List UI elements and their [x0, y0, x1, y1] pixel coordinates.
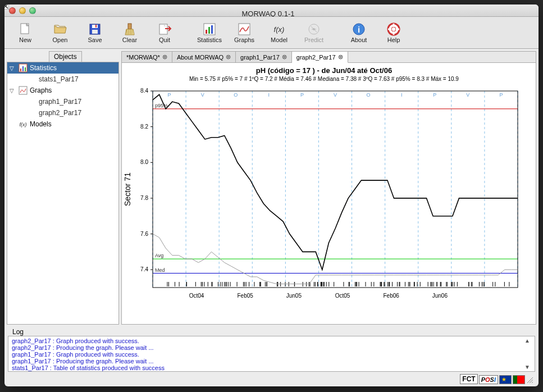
statistics-icon [19, 63, 28, 72]
about-icon: i [352, 22, 366, 37]
tab-graph2Par17[interactable]: graph2_Par17⊗ [292, 52, 348, 63]
tab-graph1Par17[interactable]: graph1_Par17⊗ [236, 52, 292, 62]
scroll-down-icon[interactable]: ▼ [523, 364, 531, 370]
toolbar: NewOpenSaveClearQuitStatisticsGraphsf(x)… [4, 17, 539, 49]
log-box[interactable]: graph2_Par17 : Graph produced with succe… [8, 336, 535, 372]
log-lines: graph2_Par17 : Graph produced with succe… [12, 338, 523, 370]
models-icon: f(x) [19, 120, 28, 129]
svg-rect-10 [208, 27, 210, 34]
refline-label: Avg [155, 253, 163, 258]
tree-item-graph2_Par17[interactable]: graph2_Par17 [7, 107, 118, 118]
app-window: MORWAQ 0.1-1 NewOpenSaveClearQuitStatist… [4, 4, 539, 386]
save-button[interactable]: Save [79, 19, 111, 46]
svg-text:f(x): f(x) [20, 122, 27, 127]
period-marker: V [334, 92, 337, 98]
logo-pt [513, 375, 525, 384]
quit-icon [157, 22, 172, 37]
open-button[interactable]: Open [44, 19, 76, 46]
xtick-label: Oct05 [335, 293, 350, 299]
object-tree[interactable]: ▽Statisticsstats1_Par17▽Graphsgraph1_Par… [7, 62, 119, 325]
scroll-up-icon[interactable]: ▲ [523, 338, 531, 344]
svg-rect-9 [206, 30, 207, 34]
tab-bar: *MORWAQ*⊗About MORWAQ⊗graph1_Par17⊗graph… [122, 52, 536, 63]
period-marker: P [433, 92, 436, 98]
xtick-label: Feb05 [237, 293, 253, 299]
objects-header: Objects [49, 51, 82, 62]
new-icon [18, 22, 33, 37]
resize-handle-icon[interactable] [526, 376, 534, 384]
period-marker: V [201, 92, 204, 98]
ytick-label: 7.8 [140, 195, 148, 201]
chart-svg: pH (código = 17 ) - de Jun/04 até Oct/06… [122, 63, 526, 310]
svg-point-15 [313, 28, 315, 30]
open-icon [53, 22, 67, 37]
main-panel: *MORWAQ*⊗About MORWAQ⊗graph1_Par17⊗graph… [121, 51, 536, 325]
chart-area: pH (código = 17 ) - de Jun/04 até Oct/06… [122, 63, 536, 324]
svg-rect-167 [153, 91, 518, 288]
ytick-label: 8.0 [140, 159, 148, 165]
xtick-label: Jun05 [286, 293, 302, 299]
logo-posi: POSI [479, 375, 498, 384]
xtick-label: Oct04 [189, 293, 204, 299]
svg-rect-5 [95, 25, 97, 28]
svg-rect-11 [211, 25, 213, 34]
series-main [153, 94, 518, 270]
ytick-label: 7.6 [140, 231, 148, 237]
about-button[interactable]: iAbout [343, 19, 375, 46]
ytick-label: 8.2 [140, 124, 148, 130]
window-title: MORWAQ 0.1-1 [4, 4, 534, 18]
log-scrollbar[interactable]: ▲ ▼ [523, 338, 531, 370]
predict-button: Predict [298, 19, 330, 46]
tree-item-stats1_Par17[interactable]: stats1_Par17 [7, 74, 118, 85]
close-tab-icon[interactable]: ⊗ [226, 53, 231, 61]
close-tab-icon[interactable]: ⊗ [338, 53, 343, 61]
refline-label: p95% [155, 103, 168, 108]
x11-icon [4, 4, 9, 10]
svg-rect-21 [20, 69, 21, 71]
tab-AboutMORWAQ[interactable]: About MORWAQ⊗ [172, 52, 236, 62]
svg-rect-22 [22, 66, 24, 71]
tree-statistics[interactable]: ▽Statistics [7, 62, 118, 74]
svg-point-19 [391, 27, 396, 31]
blank-icon [28, 108, 36, 117]
period-marker: I [268, 92, 270, 98]
new-button[interactable]: New [9, 19, 42, 46]
log-line: graph2_Par17 : Graph produced with succe… [12, 338, 523, 344]
content-area: Objects ▽Statisticsstats1_Par17▽Graphsgr… [4, 49, 539, 327]
svg-rect-6 [128, 24, 131, 29]
close-tab-icon[interactable]: ⊗ [162, 53, 167, 61]
graphs-icon [237, 22, 252, 37]
logo-fct: FCT [460, 374, 477, 384]
period-marker: O [234, 92, 238, 98]
clear-icon [122, 22, 137, 37]
logo-eu: ★ [499, 375, 512, 384]
log-line: graph1_Par17 : Producing the graph. Plea… [12, 358, 523, 364]
svg-rect-4 [92, 30, 98, 34]
period-marker: O [367, 92, 371, 98]
ytick-label: 7.4 [140, 266, 148, 272]
save-icon [88, 22, 102, 37]
close-tab-icon[interactable]: ⊗ [282, 53, 287, 61]
tree-item-graph1_Par17[interactable]: graph1_Par17 [7, 96, 118, 107]
statistics-button[interactable]: Statistics [193, 19, 226, 46]
tree-models[interactable]: f(x)Models [7, 118, 118, 130]
blank-icon [28, 75, 36, 84]
log-line: graph1_Par17 : Graph produced with succe… [12, 351, 523, 358]
clear-button[interactable]: Clear [113, 19, 146, 46]
disclosure-icon[interactable]: ▽ [10, 65, 16, 71]
model-button[interactable]: f(x)Model [263, 19, 295, 46]
period-marker: P [300, 92, 304, 98]
tree-graphs[interactable]: ▽Graphs [7, 85, 118, 96]
statistics-icon [202, 22, 217, 37]
disclosure-icon[interactable]: ▽ [10, 88, 16, 94]
tab-MORWAQ[interactable]: *MORWAQ*⊗ [122, 52, 172, 62]
chart-title: pH (código = 17 ) - de Jun/04 até Oct/06 [256, 66, 392, 75]
svg-rect-3 [92, 25, 98, 28]
sidebar: Objects ▽Statisticsstats1_Par17▽Graphsgr… [7, 51, 119, 325]
xtick-label: Jun06 [432, 293, 448, 299]
footer: FCT POSI ★ [4, 374, 539, 386]
help-button[interactable]: Help [377, 19, 410, 46]
xtick-label: Feb06 [383, 293, 399, 299]
quit-button[interactable]: Quit [148, 19, 181, 46]
graphs-button[interactable]: Graphs [228, 19, 261, 46]
